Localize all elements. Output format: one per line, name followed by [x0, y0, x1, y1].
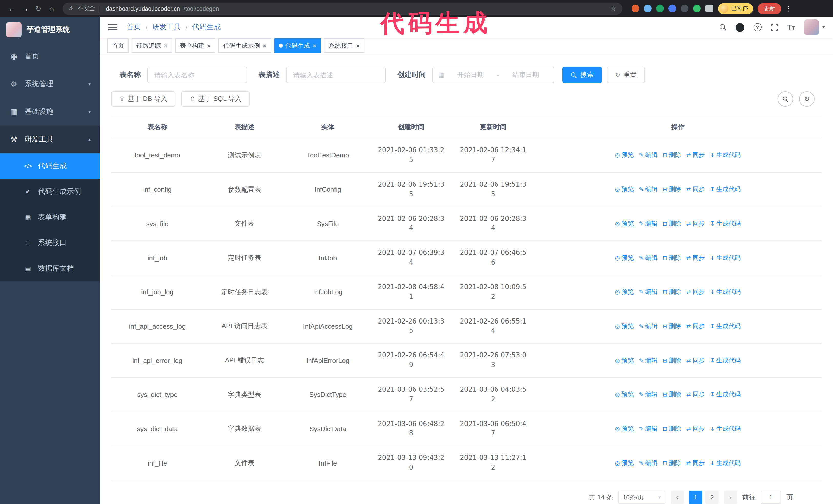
page-size-select[interactable]: 10条/页 ▾	[618, 491, 665, 504]
search-icon[interactable]	[720, 24, 727, 31]
breadcrumb-item[interactable]: 研发工具	[152, 23, 181, 32]
security-label[interactable]: 不安全	[77, 5, 95, 12]
sidebar-subitem[interactable]: ✔代码生成示例	[0, 179, 100, 205]
prev-page-button[interactable]: ‹	[670, 491, 684, 504]
edit-link[interactable]: ✎编辑	[639, 151, 658, 160]
delete-link[interactable]: ⊟删除	[663, 254, 681, 262]
breadcrumb-item[interactable]: 代码生成	[192, 23, 221, 32]
edit-link[interactable]: ✎编辑	[639, 254, 658, 262]
tab[interactable]: 首页	[107, 39, 129, 53]
user-menu[interactable]: ▾	[804, 20, 825, 35]
edit-link[interactable]: ✎编辑	[639, 425, 658, 433]
preview-link[interactable]: ◎预览	[615, 459, 634, 467]
sync-link[interactable]: ⇄同步	[686, 185, 705, 194]
tab[interactable]: 代码生成示例×	[218, 39, 271, 53]
preview-link[interactable]: ◎预览	[615, 322, 634, 331]
goto-page-input[interactable]	[761, 491, 781, 504]
preview-link[interactable]: ◎预览	[615, 356, 634, 365]
extension-icon-blue[interactable]	[668, 5, 676, 12]
preview-link[interactable]: ◎预览	[615, 390, 634, 399]
preview-link[interactable]: ◎预览	[615, 185, 634, 194]
sync-link[interactable]: ⇄同步	[686, 219, 705, 228]
generate-code-link[interactable]: ↧生成代码	[710, 390, 741, 399]
browser-menu-icon[interactable]: ⋮	[785, 5, 792, 12]
forward-icon[interactable]: →	[19, 4, 32, 13]
preview-link[interactable]: ◎预览	[615, 151, 634, 160]
breadcrumb-item[interactable]: 首页	[127, 23, 141, 32]
extension-icon-lightblue[interactable]	[644, 5, 651, 12]
edit-link[interactable]: ✎编辑	[639, 356, 658, 365]
delete-link[interactable]: ⊟删除	[663, 219, 681, 228]
close-icon[interactable]: ×	[356, 43, 360, 49]
edit-link[interactable]: ✎编辑	[639, 288, 658, 296]
generate-code-link[interactable]: ↧生成代码	[710, 254, 741, 262]
fullscreen-icon[interactable]	[771, 24, 778, 31]
back-icon[interactable]: ←	[5, 4, 19, 13]
edit-link[interactable]: ✎编辑	[639, 185, 658, 194]
import-sql-button[interactable]: ⇧ 基于 SQL 导入	[182, 91, 250, 106]
table-desc-input[interactable]	[292, 71, 380, 79]
close-icon[interactable]: ×	[313, 43, 316, 49]
collapse-sidebar-icon[interactable]	[108, 24, 117, 30]
sync-link[interactable]: ⇄同步	[686, 390, 705, 399]
generate-code-link[interactable]: ↧生成代码	[710, 425, 741, 433]
toggle-search-button[interactable]	[778, 91, 793, 106]
generate-code-link[interactable]: ↧生成代码	[710, 151, 741, 160]
bookmark-star-icon[interactable]: ☆	[610, 5, 616, 12]
edit-link[interactable]: ✎编辑	[639, 459, 658, 467]
sidebar-item[interactable]: ◉首页	[0, 43, 100, 70]
delete-link[interactable]: ⊟删除	[663, 322, 681, 331]
edit-link[interactable]: ✎编辑	[639, 322, 658, 331]
tab[interactable]: 表单构建×	[175, 39, 215, 53]
preview-link[interactable]: ◎预览	[615, 288, 634, 296]
preview-link[interactable]: ◎预览	[615, 425, 634, 433]
preview-link[interactable]: ◎预览	[615, 254, 634, 262]
generate-code-link[interactable]: ↧生成代码	[710, 459, 741, 467]
table-name-input[interactable]	[153, 71, 241, 79]
puzzle-extensions-icon[interactable]	[705, 5, 713, 12]
tab[interactable]: 代码生成×	[274, 39, 321, 53]
date-range-picker[interactable]: ▦ 开始日期 - 结束日期	[432, 67, 554, 83]
close-icon[interactable]: ×	[164, 43, 167, 49]
extension-icon-green[interactable]	[656, 5, 664, 12]
import-db-button[interactable]: ⇧ 基于 DB 导入	[111, 91, 175, 106]
edit-link[interactable]: ✎编辑	[639, 219, 658, 228]
sidebar-subitem[interactable]: ▦表单构建	[0, 205, 100, 230]
delete-link[interactable]: ⊟删除	[663, 356, 681, 365]
generate-code-link[interactable]: ↧生成代码	[710, 356, 741, 365]
preview-link[interactable]: ◎预览	[615, 219, 634, 228]
tab[interactable]: 系统接口×	[324, 39, 364, 53]
home-icon[interactable]: ⌂	[45, 4, 58, 13]
delete-link[interactable]: ⊟删除	[663, 390, 681, 399]
extension-icon-brightgreen[interactable]	[693, 5, 701, 12]
address-bar[interactable]: ⚠ 不安全 │ dashboard.yudao.iocoder.cn /tool…	[63, 2, 622, 15]
sidebar-subitem[interactable]: ▤数据库文档	[0, 256, 100, 282]
sync-link[interactable]: ⇄同步	[686, 151, 705, 160]
next-page-button[interactable]: ›	[724, 491, 737, 504]
generate-code-link[interactable]: ↧生成代码	[710, 322, 741, 331]
sync-link[interactable]: ⇄同步	[686, 425, 705, 433]
generate-code-link[interactable]: ↧生成代码	[710, 219, 741, 228]
delete-link[interactable]: ⊟删除	[663, 151, 681, 160]
delete-link[interactable]: ⊟删除	[663, 185, 681, 194]
sync-link[interactable]: ⇄同步	[686, 356, 705, 365]
close-icon[interactable]: ×	[262, 43, 266, 49]
delete-link[interactable]: ⊟删除	[663, 288, 681, 296]
search-button[interactable]: 搜索	[562, 67, 602, 83]
reload-icon[interactable]: ↻	[32, 4, 45, 13]
generate-code-link[interactable]: ↧生成代码	[710, 288, 741, 296]
sidebar-item[interactable]: ⚒研发工具▴	[0, 126, 100, 153]
help-icon[interactable]: ?	[754, 23, 762, 31]
refresh-table-button[interactable]: ↻	[799, 91, 814, 106]
extension-icon-orange[interactable]	[632, 5, 639, 12]
sync-link[interactable]: ⇄同步	[686, 459, 705, 467]
delete-link[interactable]: ⊟删除	[663, 459, 681, 467]
sync-link[interactable]: ⇄同步	[686, 322, 705, 331]
sidebar-subitem[interactable]: ≡系统接口	[0, 230, 100, 256]
edit-link[interactable]: ✎编辑	[639, 390, 658, 399]
sidebar-item[interactable]: ⚙系统管理▾	[0, 70, 100, 98]
reset-button[interactable]: ↻ 重置	[607, 67, 645, 83]
browser-update-button[interactable]: 更新	[758, 3, 781, 14]
font-size-icon[interactable]: TT	[787, 23, 795, 32]
app-logo[interactable]: 芋道管理系统	[0, 17, 100, 43]
